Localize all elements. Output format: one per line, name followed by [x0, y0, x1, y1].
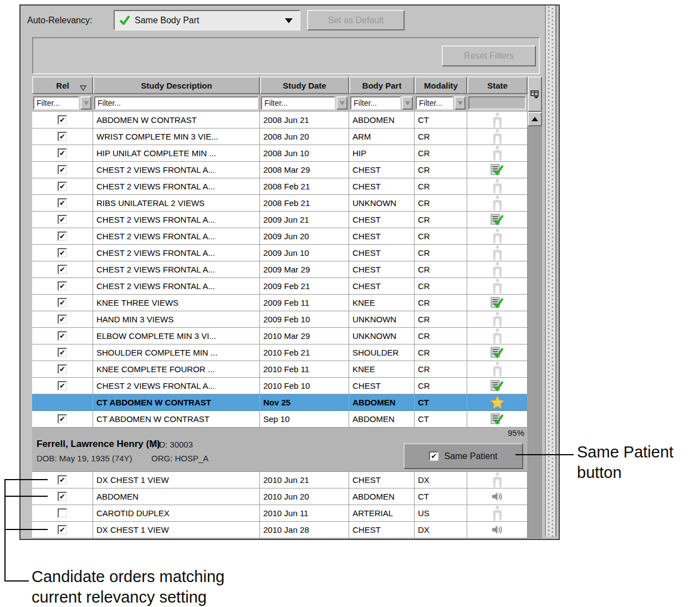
modality-cell: CR: [415, 311, 467, 327]
study-date-cell: 2009 Feb 11: [260, 295, 349, 311]
relevancy-checkbox-checked[interactable]: [58, 492, 67, 501]
table-row[interactable]: CT ABDOMEN W CONTRAST Nov 25 ABDOMEN CT: [32, 394, 528, 411]
table-row[interactable]: CHEST 2 VIEWS FRONTAL A... 2008 Mar 29 C…: [32, 162, 528, 178]
modality-cell: CR: [415, 195, 467, 211]
relevancy-checkbox-checked[interactable]: [58, 281, 67, 291]
study-description-cell: CHEST 2 VIEWS FRONTAL A...: [93, 378, 260, 394]
relevancy-checkbox-checked[interactable]: [58, 115, 67, 125]
table-row[interactable]: RIBS UNILATERAL 2 VIEWS 2008 Feb 21 UNKN…: [32, 195, 528, 212]
reset-filters-button[interactable]: Reset Filters: [442, 45, 536, 66]
relevancy-checkbox-checked[interactable]: [58, 364, 67, 374]
column-config-icon: [530, 90, 540, 99]
modality-cell: CT: [415, 394, 467, 410]
relevancy-checkbox-checked[interactable]: [58, 298, 67, 307]
relevancy-checkbox-checked[interactable]: [58, 215, 67, 224]
table-row[interactable]: ABDOMEN W CONTRAST 2008 Jun 21 ABDOMEN C…: [32, 112, 528, 128]
body-part-cell: ABDOMEN: [349, 394, 415, 410]
study-description-cell: HIP UNILAT COMPLETE MIN ...: [93, 145, 260, 161]
patient-body-icon: [492, 472, 503, 487]
column-header-description[interactable]: Study Description: [93, 76, 260, 94]
same-patient-checkbox[interactable]: [429, 451, 438, 461]
scrollbar-track[interactable]: [528, 126, 542, 538]
body-part-cell: CHEST: [349, 278, 415, 294]
relevancy-checkbox-checked[interactable]: [58, 165, 67, 174]
rel-filter-input[interactable]: Filter...: [33, 96, 79, 110]
table-row[interactable]: CAROTID DUPLEX 2010 Jun 11 ARTERIAL US: [32, 505, 528, 522]
table-row[interactable]: SHOULDER COMPLETE MIN ... 2010 Feb 21 SH…: [32, 344, 528, 361]
table-row[interactable]: CHEST 2 VIEWS FRONTAL A... 2009 Jun 21 C…: [32, 212, 528, 228]
modality-cell: CR: [415, 178, 467, 194]
relevancy-checkbox-checked[interactable]: [58, 265, 67, 274]
date-filter-dropdown[interactable]: [336, 96, 348, 110]
set-as-default-button[interactable]: Set as Default: [307, 10, 405, 30]
relevancy-checkbox-checked[interactable]: [58, 525, 67, 534]
panel-resize-grip[interactable]: [545, 6, 556, 537]
table-row[interactable]: CHEST 2 VIEWS FRONTAL A... 2008 Feb 21 C…: [32, 178, 528, 195]
relevancy-checkbox-checked[interactable]: [58, 148, 67, 158]
relevancy-checkbox-unchecked[interactable]: [58, 508, 67, 518]
description-filter-input[interactable]: Filter...: [94, 96, 258, 110]
modality-cell: CR: [415, 261, 467, 277]
table-row[interactable]: CHEST 2 VIEWS FRONTAL A... 2009 Jun 10 C…: [32, 245, 528, 261]
body-part-cell: UNKNOWN: [349, 311, 415, 327]
rel-filter-dropdown[interactable]: [80, 96, 91, 110]
relevancy-checkbox-checked[interactable]: [58, 232, 67, 241]
body-part-cell: CHEST: [349, 178, 415, 194]
body-part-filter-dropdown[interactable]: [402, 96, 413, 110]
table-row[interactable]: ABDOMEN 2010 Jun 20 ABDOMEN CT: [32, 488, 528, 505]
relevancy-checkbox-checked[interactable]: [58, 331, 67, 341]
modality-filter-input[interactable]: Filter...: [416, 96, 453, 110]
candidates-callout-line1: [4, 479, 48, 480]
column-header-body-part[interactable]: Body Part: [349, 76, 415, 94]
state-cell: [467, 112, 528, 128]
auto-relevancy-dropdown[interactable]: Same Body Part: [114, 10, 300, 30]
modality-filter-dropdown[interactable]: [454, 96, 466, 110]
relevancy-checkbox-checked[interactable]: [58, 315, 67, 324]
table-row[interactable]: HAND MIN 3 VIEWS 2009 Feb 10 UNKNOWN CR: [32, 311, 528, 328]
relevancy-checkbox-checked[interactable]: [58, 348, 67, 357]
relevancy-checkbox-checked[interactable]: [58, 248, 67, 258]
state-cell: [467, 411, 528, 427]
patient-band: 95% Ferrell, Lawrence Henry (M) PID: 300…: [32, 428, 528, 472]
modality-cell: CR: [415, 344, 467, 361]
relevancy-checkbox-checked[interactable]: [58, 414, 67, 424]
study-description-cell: ABDOMEN: [93, 488, 260, 505]
relevancy-checkbox-checked[interactable]: [58, 132, 67, 141]
report-read-icon: [490, 164, 504, 176]
column-header-rel[interactable]: Rel: [32, 76, 93, 94]
body-part-cell: CHEST: [349, 245, 415, 261]
table-row[interactable]: DX CHEST 1 VIEW 2010 Jan 28 CHEST DX: [32, 522, 528, 538]
column-header-modality[interactable]: Modality: [415, 76, 467, 94]
table-row[interactable]: CHEST 2 VIEWS FRONTAL A... 2009 Mar 29 C…: [32, 261, 528, 278]
column-header-date-label: Study Date: [283, 81, 326, 90]
column-config-button[interactable]: [528, 76, 542, 112]
table-row[interactable]: DX CHEST 1 VIEW 2010 Jun 21 CHEST DX: [32, 472, 528, 488]
relevancy-checkbox-checked[interactable]: [58, 381, 67, 390]
relevancy-checkbox-checked[interactable]: [58, 475, 67, 485]
patient-body-icon: [492, 112, 503, 127]
candidate-row-list: DX CHEST 1 VIEW 2010 Jun 21 CHEST DX ABD…: [32, 472, 528, 538]
body-part-cell: CHEST: [349, 162, 415, 178]
table-row[interactable]: ELBOW COMPLETE MIN 3 VI... 2010 Mar 29 U…: [32, 328, 528, 344]
patient-pid: PID: 30003: [151, 440, 193, 449]
candidates-annotation: Candidate orders matching current releva…: [32, 567, 224, 607]
state-cell: [467, 228, 528, 244]
table-row[interactable]: CHEST 2 VIEWS FRONTAL A... 2009 Feb 21 C…: [32, 278, 528, 295]
date-filter-input[interactable]: Filter...: [261, 96, 335, 110]
relevancy-checkbox-checked[interactable]: [58, 182, 67, 191]
table-row[interactable]: CT ABDOMEN W CONTRAST Sep 10 ABDOMEN CT: [32, 411, 528, 428]
relevancy-checkbox-checked[interactable]: [58, 198, 67, 208]
state-cell: [467, 378, 528, 394]
study-date-cell: Nov 25: [260, 394, 349, 410]
body-part-filter-input[interactable]: Filter...: [350, 96, 401, 110]
table-row[interactable]: KNEE COMPLETE FOUROR ... 2010 Feb 11 KNE…: [32, 361, 528, 378]
table-row[interactable]: CHEST 2 VIEWS FRONTAL A... 2010 Feb 10 C…: [32, 378, 528, 394]
column-header-state[interactable]: State: [467, 76, 528, 94]
scrollbar-up-button[interactable]: [528, 112, 542, 126]
table-row[interactable]: WRIST COMPLETE MIN 3 VIE... 2008 Jun 20 …: [32, 128, 528, 145]
table-row[interactable]: CHEST 2 VIEWS FRONTAL A... 2009 Jun 20 C…: [32, 228, 528, 245]
same-patient-button[interactable]: Same Patient: [403, 443, 523, 469]
column-header-date[interactable]: Study Date: [260, 76, 349, 94]
table-row[interactable]: KNEE THREE VIEWS 2009 Feb 11 KNEE CR: [32, 295, 528, 311]
table-row[interactable]: HIP UNILAT COMPLETE MIN ... 2008 Jun 10 …: [32, 145, 528, 162]
